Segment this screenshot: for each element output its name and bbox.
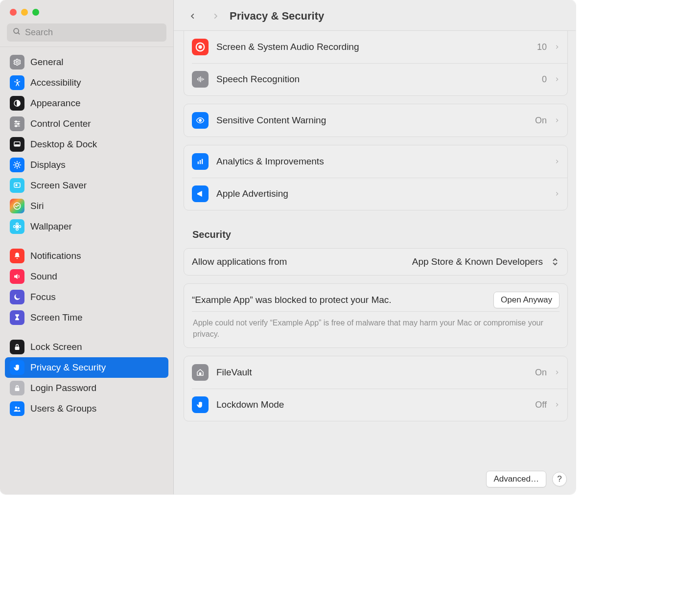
sidebar-item-siri[interactable]: Siri [5,196,168,216]
screensaver-icon [10,178,24,193]
sidebar-item-users-groups[interactable]: Users & Groups [5,398,168,419]
allow-apps-from-row[interactable]: Allow applications from App Store & Know… [184,249,567,275]
chevron-right-icon [555,158,560,165]
row-speech[interactable]: Speech Recognition0 [184,63,567,95]
row-value: On [535,368,547,378]
row-screen-audio[interactable]: Screen & System Audio Recording10 [184,31,567,63]
row-label: Sensitive Content Warning [216,115,326,126]
svg-rect-12 [15,145,20,146]
footer-bar: Advanced… ? [486,471,567,487]
sidebar-item-label: Desktop & Dock [30,139,97,150]
sidebar-item-label: Screen Time [30,312,83,323]
sidebar-item-privacy-security[interactable]: Privacy & Security [5,357,168,378]
sidebar-item-label: Screen Saver [30,180,87,191]
close-window-button[interactable] [10,9,17,16]
sidebar-item-login-password[interactable]: Login Password [5,378,168,398]
sidebar-item-wallpaper[interactable]: Wallpaper [5,216,168,237]
svg-point-26 [16,223,19,226]
sidebar-item-screen-saver[interactable]: Screen Saver [5,175,168,196]
sidebar-item-label: Wallpaper [30,221,72,232]
sidebar-item-appearance[interactable]: Appearance [5,93,168,114]
sidebar-item-label: Privacy & Security [30,362,106,373]
row-value: On [535,115,547,126]
waveform-icon [192,71,209,88]
svg-rect-42 [198,162,199,164]
zoom-window-button[interactable] [32,9,39,16]
row-value: 0 [542,74,547,85]
house-lock-icon [192,364,209,381]
topbar: Privacy & Security [174,0,576,31]
sliders-icon [10,116,24,131]
minimize-window-button[interactable] [21,9,28,16]
row-value: 10 [537,42,547,52]
sidebar-item-label: Notifications [30,251,81,261]
sidebar-item-desktop-dock[interactable]: Desktop & Dock [5,134,168,155]
sidebar-item-label: Accessibility [30,77,81,88]
forward-button[interactable] [207,9,224,23]
search-field[interactable] [7,23,166,42]
page-title: Privacy & Security [230,10,324,23]
row-filevault[interactable]: FileVaultOn [184,356,567,389]
row-label: Apple Advertising [216,188,288,199]
svg-point-25 [16,226,19,228]
svg-point-29 [19,226,21,228]
search-input[interactable] [25,27,161,38]
row-sensitive[interactable]: Sensitive Content WarningOn [184,104,567,137]
content-pane: Privacy & Security Screen & System Audio… [174,0,576,494]
gear-icon [10,55,24,69]
svg-point-2 [16,61,19,64]
back-button[interactable] [185,9,201,23]
privacy-group-2: Sensitive Content WarningOn [184,104,568,137]
flower-icon [10,219,24,234]
sidebar-list: GeneralAccessibilityAppearanceControl Ce… [0,47,173,494]
sidebar-item-label: Displays [30,160,66,170]
help-button[interactable]: ? [552,472,567,486]
row-label: FileVault [216,367,252,378]
bell-icon [10,249,24,263]
svg-point-35 [198,45,202,48]
svg-rect-43 [200,160,201,164]
security-section-header: Security [192,229,566,240]
sun-icon [10,158,24,172]
up-down-icon [551,258,560,266]
sidebar-item-focus[interactable]: Focus [5,287,168,307]
sidebar-item-sound[interactable]: Sound [5,266,168,287]
appearance-icon [10,96,24,111]
chevron-right-icon [555,369,560,376]
sidebar-item-label: Users & Groups [30,403,96,414]
padlock-icon [10,381,24,395]
sidebar-item-general[interactable]: General [5,52,168,72]
hand-icon [192,396,209,413]
sidebar-item-displays[interactable]: Displays [5,155,168,175]
sidebar-item-accessibility[interactable]: Accessibility [5,72,168,93]
sidebar-item-control-center[interactable]: Control Center [5,114,168,134]
sidebar: GeneralAccessibilityAppearanceControl Ce… [0,0,174,494]
allow-apps-label: Allow applications from [192,256,287,267]
chart-icon [192,153,209,170]
open-anyway-button[interactable]: Open Anyway [493,292,560,308]
speaker-icon [10,269,24,284]
svg-point-23 [16,185,17,186]
sidebar-item-label: Appearance [30,98,80,109]
row-analytics[interactable]: Analytics & Improvements [184,145,567,178]
chevron-right-icon [555,190,560,198]
hand-icon [10,360,24,375]
row-lockdown[interactable]: Lockdown ModeOff [184,389,567,421]
advanced-button[interactable]: Advanced… [486,471,546,487]
sidebar-item-notifications[interactable]: Notifications [5,246,168,266]
sidebar-item-lock-screen[interactable]: Lock Screen [5,337,168,357]
content-scroll[interactable]: Screen & System Audio Recording10Speech … [174,31,576,494]
svg-point-13 [16,163,19,166]
svg-point-33 [18,407,20,409]
sidebar-item-screen-time[interactable]: Screen Time [5,307,168,328]
allow-apps-card: Allow applications from App Store & Know… [184,248,568,276]
row-advertising[interactable]: Apple Advertising [184,178,567,210]
dock-icon [10,137,24,152]
search-icon [13,27,21,38]
svg-point-41 [199,119,202,122]
megaphone-icon [192,185,209,202]
svg-line-1 [18,33,20,35]
svg-line-20 [15,167,16,168]
eye-icon [192,112,209,129]
svg-rect-31 [15,388,20,391]
